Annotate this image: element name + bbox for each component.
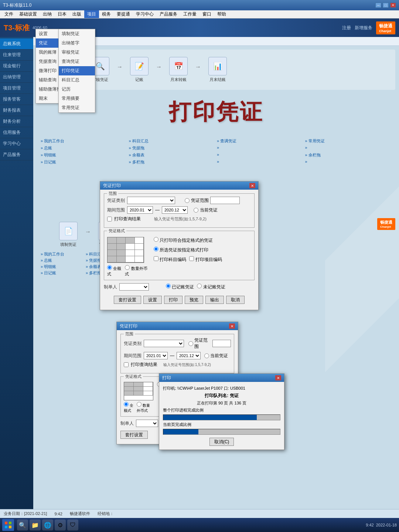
top-link-register[interactable]: 注册	[342, 25, 351, 31]
start-button[interactable]	[2, 519, 14, 531]
d2-template-btn[interactable]: 套打设置	[120, 431, 148, 439]
sq1[interactable]: 我的工作台	[41, 251, 85, 257]
cancel-print-button[interactable]: 取消(C)	[209, 438, 234, 446]
sidebar-item-financial-analysis[interactable]: 财务分析	[0, 116, 33, 127]
menu-projects[interactable]: 项目	[84, 10, 99, 18]
d2-full-amt[interactable]: 全额式	[124, 402, 135, 413]
unposted-radio[interactable]	[197, 284, 202, 288]
voucher-range-radio[interactable]	[185, 198, 190, 203]
sidebar-item-customer[interactable]: 报务管客	[0, 94, 33, 105]
sq10[interactable]: 日记账	[41, 270, 85, 276]
top-link-service[interactable]: 新增服务	[355, 25, 372, 31]
posted-radio[interactable]	[166, 284, 171, 288]
menu-help[interactable]: 帮助	[214, 10, 229, 18]
maker-select[interactable]	[119, 283, 149, 291]
quick-link-8[interactable]	[305, 145, 392, 151]
menu-learning[interactable]: 学习中心	[133, 10, 157, 18]
taskbar-edge[interactable]: 🌐	[42, 519, 53, 531]
print-opt1-label[interactable]: 只打印符合指定格式的凭证	[154, 238, 213, 243]
quick-link-13[interactable]: 日记账	[41, 159, 127, 165]
qty-amount-radio[interactable]	[125, 265, 130, 270]
sq7[interactable]: 明细账	[41, 264, 85, 270]
print-opt2-label[interactable]: 所选凭证按指定格式打印	[154, 247, 208, 253]
taskbar-file-explorer[interactable]: 📁	[30, 519, 41, 531]
quick-link-4[interactable]: 常用凭证	[305, 138, 392, 144]
template-settings-button[interactable]: 套打设置	[114, 296, 141, 304]
taskbar-app5[interactable]: 🛡	[67, 519, 78, 531]
d2-current-voucher-radio[interactable]	[204, 353, 209, 358]
d2-qty-amt[interactable]: 数量外币式	[137, 402, 153, 413]
export-button[interactable]: 输出	[205, 296, 224, 304]
quick-link-14[interactable]: 多栏拖	[129, 159, 216, 165]
d2-qty-amount-radio[interactable]	[137, 402, 141, 407]
voucher-range-input[interactable]	[210, 197, 240, 204]
menu-window[interactable]: 窗口	[200, 10, 214, 18]
sq4[interactable]: 总账	[41, 258, 85, 263]
d2-full-amount-radio[interactable]	[124, 402, 129, 407]
menu-file[interactable]: 文件	[1, 10, 16, 18]
menu-publish[interactable]: 出版	[69, 10, 84, 18]
second-create-icon[interactable]: 📄	[59, 222, 78, 240]
sidebar-item-cashier[interactable]: 出纳管理	[0, 72, 33, 83]
menu-japan[interactable]: 日本	[55, 10, 69, 18]
taskbar-search[interactable]: 🔍	[17, 519, 28, 531]
sidebar-item-credit[interactable]: 信用服务	[0, 127, 33, 138]
quick-link-5[interactable]: 总账	[41, 145, 127, 151]
print-project-code-label[interactable]: 打印项目编码	[189, 256, 222, 263]
settings-button[interactable]: 设置	[143, 296, 162, 304]
sidebar-item-products[interactable]: 产品服务	[0, 149, 33, 160]
print-subject-code-label[interactable]: 打印科目编码	[154, 256, 186, 263]
submenu-review-voucher[interactable]: 审核凭证	[59, 48, 95, 57]
quick-link-7[interactable]	[217, 145, 304, 151]
submenu-subject-summary[interactable]: 科目汇总	[59, 75, 95, 85]
submenu-query-voucher[interactable]: 查询凭证	[59, 57, 95, 66]
menu-cashier[interactable]: 出纳	[40, 10, 55, 18]
full-amount-radio[interactable]	[107, 265, 112, 270]
post-icon[interactable]: 📝	[130, 57, 149, 75]
d2-maker-select[interactable]	[136, 420, 158, 427]
posted-label[interactable]: 已记账凭证	[166, 284, 194, 290]
cancel-button[interactable]: 取消	[226, 296, 245, 304]
current-voucher-radio[interactable]	[194, 208, 198, 213]
d2-period-from[interactable]: 2021.01	[144, 352, 168, 359]
submenu-print-voucher[interactable]: 打印凭证	[59, 66, 95, 75]
submenu-history[interactable]: 记历	[59, 85, 95, 94]
sidebar-item-learning[interactable]: 学习中心	[0, 138, 33, 149]
d2-voucher-range-input[interactable]	[212, 340, 231, 347]
unposted-label[interactable]: 未记账凭证	[197, 284, 225, 290]
month-transfer-icon[interactable]: 📅	[169, 57, 188, 75]
sidebar-item-general-ledger[interactable]: 总账系统	[0, 38, 33, 50]
period-from-select[interactable]: 2020.01	[127, 206, 153, 214]
menu-tips[interactable]: 要提通	[114, 10, 133, 18]
quick-link-12[interactable]: 余栏拖	[305, 152, 392, 158]
d2-voucher-type-select[interactable]	[144, 340, 184, 347]
sidebar-item-financial-report[interactable]: 财务报表	[0, 105, 33, 116]
quick-link-9[interactable]: 明细账	[41, 152, 127, 158]
voucher-type-select[interactable]	[127, 197, 175, 204]
quick-link-11[interactable]	[217, 152, 304, 158]
print-button[interactable]: 打印	[164, 296, 183, 304]
print-project-code-checkbox[interactable]	[189, 256, 194, 261]
menu-products[interactable]: 产品服务	[157, 10, 180, 18]
quick-link-6[interactable]: 凭据拖	[129, 145, 216, 151]
sidebar-item-cash-bank[interactable]: 现金银行	[0, 61, 33, 72]
close-button[interactable]: ✕	[390, 3, 396, 8]
menu-tax[interactable]: 税务	[99, 10, 114, 18]
print-opt2-radio[interactable]	[154, 247, 158, 251]
quick-link-3[interactable]: 查调凭证	[217, 138, 304, 144]
d2-period-to[interactable]: 2021.12	[177, 352, 201, 359]
progress-close-button[interactable]: ✕	[275, 375, 281, 380]
d2-voucher-range-radio[interactable]	[188, 341, 193, 346]
period-to-select[interactable]: 2020.12	[162, 206, 188, 214]
print-opt1-radio[interactable]	[154, 237, 158, 242]
maximize-button[interactable]: □	[383, 3, 389, 8]
quick-link-1[interactable]: 我的工作台	[41, 138, 127, 144]
print-query-results-checkbox[interactable]	[107, 217, 112, 221]
dialog1-close-button[interactable]: ✕	[249, 183, 255, 188]
sidebar-item-receivables[interactable]: 往来管理	[0, 50, 33, 61]
sidebar-item-projects[interactable]: 项目管理	[0, 83, 33, 94]
quick-link-2[interactable]: 科目汇总	[129, 138, 216, 144]
submenu-common-summary[interactable]: 常用摘要	[59, 94, 95, 103]
d2-print-query-checkbox[interactable]	[124, 362, 129, 367]
minimize-button[interactable]: ─	[375, 3, 381, 8]
